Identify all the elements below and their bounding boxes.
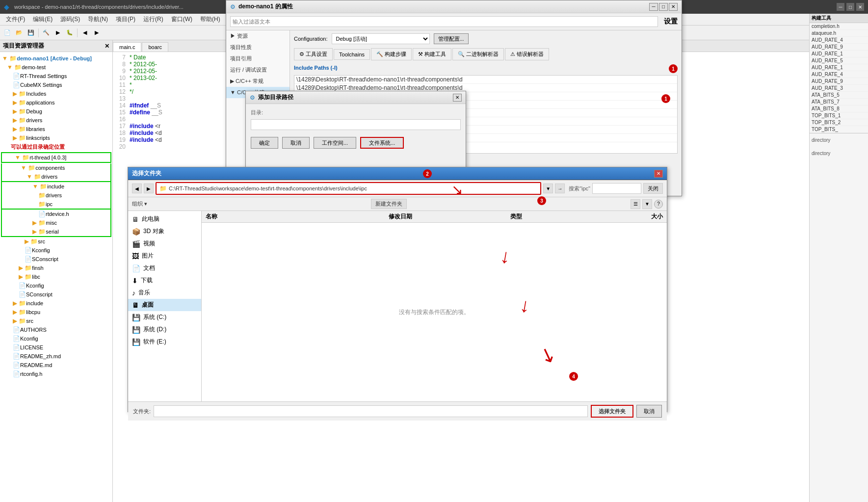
sidebar-item-misc[interactable]: ▶ 📁 misc — [1, 218, 111, 227]
properties-config-select[interactable]: Debug [活动] — [332, 33, 430, 44]
fc-close-link-btn[interactable]: 关闭 — [643, 183, 663, 194]
toolbar-new[interactable]: 📄 — [2, 27, 13, 38]
fc-forward-btn[interactable]: ▶ — [144, 184, 154, 193]
props-nav-project-nature[interactable]: 项目性质 — [226, 42, 289, 53]
sidebar-item-include-top[interactable]: ▶ 📁 include — [0, 299, 112, 308]
sidebar-item-linkscripts[interactable]: ▶ 📁 linkscripts — [0, 133, 112, 142]
menu-nav[interactable]: 导航(N) — [84, 14, 112, 25]
sidebar-item-src-top[interactable]: ▶ 📁 src — [0, 317, 112, 325]
addpath-ok-btn[interactable]: 确定 — [251, 137, 278, 149]
sidebar-item-debug[interactable]: ▶ 📁 Debug — [0, 107, 112, 116]
toolbar-open[interactable]: 📂 — [14, 27, 25, 38]
fc-nav-computer[interactable]: 🖥 此电脑 — [128, 213, 201, 225]
sidebar-item-kconfig1[interactable]: 📄 Kconfig — [0, 246, 112, 255]
properties-manage-btn[interactable]: 管理配置... — [434, 33, 469, 44]
fc-org-btn[interactable]: 组织 ▾ — [132, 200, 147, 208]
fc-nav-drive-d[interactable]: 💾 系统 (D:) — [128, 323, 201, 336]
addpath-workspace-btn[interactable]: 工作空间... — [314, 137, 356, 149]
toolbar-run[interactable]: ▶ — [53, 27, 63, 38]
props-nav-resources[interactable]: ▶ 资源 — [226, 30, 289, 42]
sidebar-item-root[interactable]: ▼ 📁 demo-nano1 [Active - Debug] — [0, 54, 112, 63]
sidebar-item-include[interactable]: ▼ 📁 include — [2, 182, 110, 191]
properties-tab-toolchains[interactable]: Toolchains — [334, 49, 370, 60]
properties-close-btn[interactable]: ✕ — [669, 3, 678, 11]
sidebar-item-rtconfig[interactable]: 📄 rtconfig.h — [0, 370, 112, 378]
maximize-button[interactable]: □ — [846, 3, 854, 11]
properties-tab-buildsteps[interactable]: 🔨 构建步骤 — [371, 48, 412, 60]
toolbar-forward[interactable]: ▶ — [91, 27, 102, 38]
addpath-dir-input[interactable] — [251, 119, 461, 130]
properties-tab-toolsettings[interactable]: ⚙ 工具设置 — [294, 48, 333, 60]
sidebar-item-finsh[interactable]: ▶ 📁 finsh — [0, 264, 112, 272]
menu-edit[interactable]: 编辑(E) — [29, 14, 56, 25]
menu-window[interactable]: 窗口(W) — [167, 14, 196, 25]
sidebar-item-libcpu[interactable]: ▶ 📁 libcpu — [0, 308, 112, 317]
fc-view-btn-dropdown[interactable]: ▼ — [642, 199, 652, 209]
fc-cancel-btn[interactable]: 取消 — [636, 405, 662, 418]
fc-view-list-btn[interactable]: ☰ — [631, 199, 640, 209]
addpath-close-btn[interactable]: ✕ — [453, 94, 462, 102]
fc-newfolder-btn[interactable]: 新建文件夹 — [371, 199, 407, 209]
addpath-filesystem-btn[interactable]: 文件系统... — [360, 137, 404, 149]
fc-nav-drive-e[interactable]: 💾 软件 (E:) — [128, 336, 201, 348]
sidebar-item-kconfig3[interactable]: 📄 Kconfig — [0, 334, 112, 343]
sidebar-item-sconscript1[interactable]: 📄 SConscript — [0, 255, 112, 264]
sidebar-item-src[interactable]: ▶ 📁 src — [0, 237, 112, 246]
fc-nav-pictures[interactable]: 🖼 图片 — [128, 250, 201, 262]
sidebar-item-applications[interactable]: ▶ 📁 applications — [0, 98, 112, 107]
properties-maximize-btn[interactable]: □ — [659, 3, 668, 11]
properties-filter-input[interactable] — [230, 16, 658, 27]
fc-nav-desktop[interactable]: 🖥 桌面 — [128, 299, 201, 311]
sidebar-item-comp-drivers[interactable]: ▼ 📁 drivers — [1, 172, 111, 181]
sidebar-item-components[interactable]: ▼ 📁 components — [1, 163, 111, 172]
sidebar-item-license[interactable]: 📄 LICENSE — [0, 343, 112, 352]
properties-tab-error-parsers[interactable]: ⚠ 错误解析器 — [505, 48, 549, 60]
sidebar-item-rtdevice[interactable]: 📄 rtdevice.h — [1, 210, 111, 218]
sidebar-item-kconfig2[interactable]: 📄 Kconfig — [0, 281, 112, 290]
fc-nav-video[interactable]: 🎬 视频 — [128, 238, 201, 250]
menu-run[interactable]: 运行(R) — [139, 14, 167, 25]
tab-boarc[interactable]: boarc — [142, 42, 168, 52]
filechooser-path-bar[interactable]: 📁 C:\RT-ThreadStudio\workspace\demo-test… — [156, 182, 541, 195]
sidebar-item-readme-zh[interactable]: 📄 README_zh.md — [0, 352, 112, 361]
sidebar-item-serial[interactable]: ▶ 📁 serial — [1, 227, 111, 237]
fc-back-btn[interactable]: ◀ — [132, 184, 142, 193]
menu-source[interactable]: 源码(S) — [56, 14, 84, 25]
sidebar-item-authors[interactable]: 📄 AUTHORS — [0, 325, 112, 334]
props-nav-run-debug[interactable]: 运行 / 调试设置 — [226, 64, 289, 76]
close-button[interactable]: ✕ — [856, 3, 864, 11]
menu-file[interactable]: 文件(F) — [2, 14, 29, 25]
properties-tab-binary-parsers[interactable]: 🔍 二进制解析器 — [452, 48, 504, 60]
sidebar-item-libraries[interactable]: ▶ 📁 libraries — [0, 125, 112, 133]
menu-project[interactable]: 项目(P) — [112, 14, 139, 25]
fc-select-btn[interactable]: 选择文件夹 — [591, 405, 633, 418]
props-nav-cpp-general[interactable]: ▶ C/C++ 常规 — [226, 76, 289, 87]
toolbar-debug[interactable]: 🐛 — [64, 27, 75, 38]
fc-folder-input[interactable] — [154, 405, 588, 417]
fc-path-go-btn[interactable]: → — [555, 184, 565, 193]
fc-nav-music[interactable]: ♪ 音乐 — [128, 287, 201, 299]
sidebar-item-rtthread[interactable]: ▼ 📁 rt-thread [4.0.3] — [1, 152, 111, 163]
sidebar-item-include-drivers[interactable]: 📁 drivers — [2, 191, 110, 200]
sidebar-item-include-ipc[interactable]: 📁 ipc — [2, 200, 110, 209]
props-nav-project-ref[interactable]: 项目引用 — [226, 53, 289, 64]
fc-help-btn[interactable]: ? — [654, 200, 663, 209]
sidebar-close-icon[interactable]: ✕ — [105, 43, 109, 50]
sidebar-item-readme[interactable]: 📄 README.md — [0, 361, 112, 370]
sidebar-item-drivers[interactable]: ▶ 📁 drivers — [0, 116, 112, 125]
toolbar-build[interactable]: 🔨 — [41, 27, 52, 38]
properties-minimize-btn[interactable]: ─ — [649, 3, 658, 11]
menu-help[interactable]: 帮助(H) — [196, 14, 224, 25]
fc-search-input[interactable] — [592, 183, 641, 194]
sidebar-item-demo-test[interactable]: ▼ 📁 demo-test — [0, 63, 112, 72]
fc-nav-documents[interactable]: 📄 文档 — [128, 262, 201, 274]
sidebar-item-sconscript2[interactable]: 📄 SConscript — [0, 290, 112, 299]
properties-tab-buildtools[interactable]: ⚒ 构建工具 — [413, 48, 451, 60]
sidebar-item-includes[interactable]: ▶ 📁 Includes — [0, 89, 112, 98]
sidebar-item-libc[interactable]: ▶ 📁 libc — [0, 272, 112, 281]
sidebar-item-rtthread-settings[interactable]: 📄 RT-Thread Settings — [0, 72, 112, 80]
sidebar-item-cubemx[interactable]: 📄 CubeMX Settings — [0, 80, 112, 89]
filechooser-close-btn[interactable]: ✕ — [654, 170, 663, 178]
fc-nav-downloads[interactable]: ⬇ 下载 — [128, 274, 201, 287]
toolbar-save[interactable]: 💾 — [26, 27, 36, 38]
